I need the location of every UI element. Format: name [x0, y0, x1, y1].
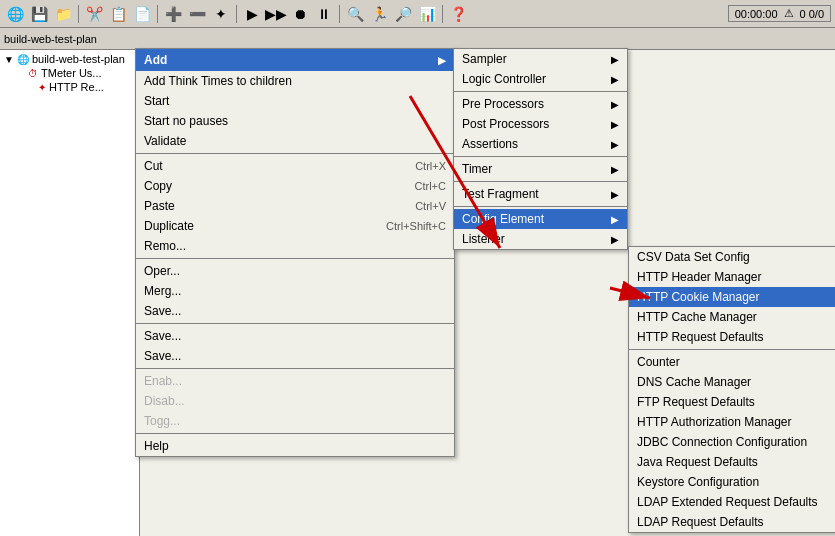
config-ldap-request[interactable]: LDAP Request Defaults	[629, 512, 835, 532]
submenu-pre-processors[interactable]: Pre Processors ▶	[454, 94, 627, 114]
warning-icon: ⚠	[784, 7, 794, 20]
toolbar-play-icon[interactable]: ▶	[241, 3, 263, 25]
config-http-header[interactable]: HTTP Header Manager	[629, 267, 835, 287]
toolbar-sep2	[157, 5, 158, 23]
jdbc-label: JDBC Connection Configuration	[637, 435, 807, 449]
pre-processors-arrow: ▶	[611, 99, 619, 110]
menu-item-save-fragment[interactable]: Save...	[136, 326, 454, 346]
config-counter[interactable]: Counter	[629, 352, 835, 372]
ldap-extended-label: LDAP Extended Request Defaults	[637, 495, 818, 509]
timer-display: 00:00:00 ⚠ 0 0/0	[728, 5, 831, 22]
submenu-sampler[interactable]: Sampler ▶	[454, 49, 627, 69]
toolbar-zoom-icon[interactable]: 🔎	[392, 3, 414, 25]
listener-label: Listener	[462, 232, 505, 246]
menu-item-duplicate[interactable]: Duplicate Ctrl+Shift+C	[136, 216, 454, 236]
timer-arrow: ▶	[611, 164, 619, 175]
config-element-label: Config Element	[462, 212, 544, 226]
csv-data-label: CSV Data Set Config	[637, 250, 750, 264]
ftp-request-label: FTP Request Defaults	[637, 395, 755, 409]
merge-label: Merg...	[144, 284, 181, 298]
http-cache-label: HTTP Cache Manager	[637, 310, 757, 324]
toolbar-folder-icon[interactable]: 📁	[52, 3, 74, 25]
toolbar-sep3	[236, 5, 237, 23]
menu-item-merge[interactable]: Merg...	[136, 281, 454, 301]
menu-item-save[interactable]: Save...	[136, 301, 454, 321]
toolbar-save-icon[interactable]: 💾	[28, 3, 50, 25]
config-ftp-request[interactable]: FTP Request Defaults	[629, 392, 835, 412]
config-submenu: CSV Data Set Config HTTP Header Manager …	[628, 246, 835, 533]
submenu-logic-controller[interactable]: Logic Controller ▶	[454, 69, 627, 89]
config-http-request-defaults[interactable]: HTTP Request Defaults	[629, 327, 835, 347]
toolbar-diamond-icon[interactable]: ✦	[210, 3, 232, 25]
submenu-post-processors[interactable]: Post Processors ▶	[454, 114, 627, 134]
toolbar-globe-icon[interactable]: 🌐	[4, 3, 26, 25]
menu-sep2	[136, 258, 454, 259]
toolbar-paste-icon[interactable]: 📄	[131, 3, 153, 25]
submenu-config-element[interactable]: Config Element ▶	[454, 209, 627, 229]
dns-cache-label: DNS Cache Manager	[637, 375, 751, 389]
toolbar-play2-icon[interactable]: ▶▶	[265, 3, 287, 25]
start-no-pauses-label: Start no pauses	[144, 114, 228, 128]
pre-processors-label: Pre Processors	[462, 97, 544, 111]
config-http-cookie[interactable]: HTTP Cookie Manager	[629, 287, 835, 307]
start-label: Start	[144, 94, 169, 108]
config-http-cache[interactable]: HTTP Cache Manager	[629, 307, 835, 327]
menu-item-start-no-pauses[interactable]: Start no pauses	[136, 111, 454, 131]
config-java-request[interactable]: Java Request Defaults	[629, 452, 835, 472]
submenu-listener[interactable]: Listener ▶	[454, 229, 627, 249]
toolbar-help-icon[interactable]: ❓	[447, 3, 469, 25]
submenu-test-fragment[interactable]: Test Fragment ▶	[454, 184, 627, 204]
toolbar-chart-icon[interactable]: 📊	[416, 3, 438, 25]
menu-item-save-node[interactable]: Save...	[136, 346, 454, 366]
add-sub-sep3	[454, 206, 627, 207]
toolbar-minus-icon[interactable]: ➖	[186, 3, 208, 25]
config-keystore[interactable]: Keystore Configuration	[629, 472, 835, 492]
toolbar-copy-icon[interactable]: 📋	[107, 3, 129, 25]
toolbar-cut-icon[interactable]: ✂️	[83, 3, 105, 25]
config-jdbc[interactable]: JDBC Connection Configuration	[629, 432, 835, 452]
context-menu-overlay: Add ▶ Add Think Times to children Start …	[0, 28, 835, 536]
submenu-timer[interactable]: Timer ▶	[454, 159, 627, 179]
counter-label: Counter	[637, 355, 680, 369]
menu-item-enable[interactable]: Enab...	[136, 371, 454, 391]
menu-item-toggle[interactable]: Togg...	[136, 411, 454, 431]
toolbar-sep4	[339, 5, 340, 23]
save-fragment-label: Save...	[144, 329, 181, 343]
toolbar-pause-icon[interactable]: ⏸	[313, 3, 335, 25]
config-dns-cache[interactable]: DNS Cache Manager	[629, 372, 835, 392]
menu-item-remove[interactable]: Remo...	[136, 236, 454, 256]
menu-item-help[interactable]: Help	[136, 436, 454, 456]
submenu-assertions[interactable]: Assertions ▶	[454, 134, 627, 154]
menu-item-paste[interactable]: Paste Ctrl+V	[136, 196, 454, 216]
toolbar-record-icon[interactable]: ⏺	[289, 3, 311, 25]
menu-item-disable[interactable]: Disab...	[136, 391, 454, 411]
logic-controller-arrow: ▶	[611, 74, 619, 85]
menu-item-validate[interactable]: Validate	[136, 131, 454, 151]
config-element-arrow: ▶	[611, 214, 619, 225]
timer-label: Timer	[462, 162, 492, 176]
validate-label: Validate	[144, 134, 186, 148]
test-fragment-arrow: ▶	[611, 189, 619, 200]
menu-item-add-think-times[interactable]: Add Think Times to children	[136, 71, 454, 91]
toolbar-search-icon[interactable]: 🔍	[344, 3, 366, 25]
menu-item-add[interactable]: Add ▶	[136, 49, 454, 71]
sampler-label: Sampler	[462, 52, 507, 66]
http-cookie-label: HTTP Cookie Manager	[637, 290, 760, 304]
toolbar-runner-icon[interactable]: 🏃	[368, 3, 390, 25]
config-csv-data[interactable]: CSV Data Set Config	[629, 247, 835, 267]
java-request-label: Java Request Defaults	[637, 455, 758, 469]
toolbar-add-icon[interactable]: ➕	[162, 3, 184, 25]
config-ldap-extended[interactable]: LDAP Extended Request Defaults	[629, 492, 835, 512]
config-http-auth[interactable]: HTTP Authorization Manager	[629, 412, 835, 432]
counter-value: 0 0/0	[800, 8, 824, 20]
main-context-menu: Add ▶ Add Think Times to children Start …	[135, 48, 455, 457]
toggle-label: Togg...	[144, 414, 180, 428]
save-node-label: Save...	[144, 349, 181, 363]
menu-item-open[interactable]: Oper...	[136, 261, 454, 281]
paste-label: Paste	[144, 199, 175, 213]
menu-item-copy[interactable]: Copy Ctrl+C	[136, 176, 454, 196]
remove-label: Remo...	[144, 239, 186, 253]
menu-sep1	[136, 153, 454, 154]
menu-item-start[interactable]: Start	[136, 91, 454, 111]
menu-item-cut[interactable]: Cut Ctrl+X	[136, 156, 454, 176]
